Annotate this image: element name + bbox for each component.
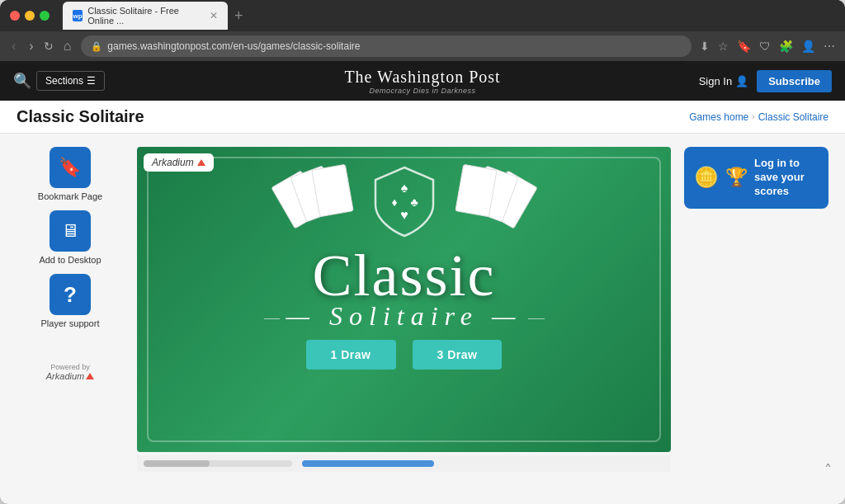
bookmark-action[interactable]: 🔖 Bookmark Page	[38, 147, 102, 202]
shield-svg: ♠ ♦ ♣ ♥	[371, 163, 437, 238]
refresh-button[interactable]: ↻	[44, 40, 54, 53]
settings-icon[interactable]: ⋯	[822, 38, 837, 54]
back-button[interactable]: ‹	[8, 37, 19, 55]
add-desktop-label: Add to Desktop	[39, 255, 101, 266]
new-tab-button[interactable]: +	[234, 7, 243, 25]
address-bar: ‹ › ↻ ⌂ 🔒 games.washingtonpost.com/en-us…	[0, 31, 845, 61]
add-desktop-icon: 🖥	[50, 210, 91, 252]
breadcrumb-separator: ›	[752, 112, 754, 121]
breadcrumb: Games home › Classic Solitaire	[689, 111, 828, 123]
sections-label: Sections	[45, 75, 83, 87]
download-icon[interactable]: ⬇	[698, 38, 711, 54]
tab-favicon: wp	[73, 10, 83, 21]
card-fan-shield: ♠ ♦ ♣ ♥	[264, 163, 545, 238]
site-header: 🔍 Sections ☰ The Washington Post Democra…	[0, 61, 845, 101]
arkadium-label: Arkadium	[46, 371, 84, 381]
profile-icon[interactable]: 👤	[800, 38, 817, 54]
sign-in-button[interactable]: Sign In 👤	[699, 75, 748, 87]
bottom-scroll-area	[137, 455, 671, 472]
logo-tagline: Democracy Dies in Darkness	[344, 87, 500, 95]
trophy-icon: 🏆	[725, 167, 748, 188]
home-button[interactable]: ⌂	[60, 37, 75, 55]
arkadium-logo: Arkadium	[46, 371, 94, 381]
powered-by-text: Powered by	[46, 363, 94, 371]
game-title-solitaire: — Solitaire —	[286, 301, 522, 332]
game-area: Arkadium	[137, 147, 671, 491]
svg-text:♥: ♥	[400, 208, 408, 222]
right-sidebar: 🪙 🏆 Log in to save your scores	[684, 147, 828, 491]
url-text: games.washingtonpost.com/en-us/games/cla…	[107, 40, 360, 52]
breadcrumb-current: Classic Solitaire	[758, 111, 828, 123]
sign-in-label: Sign In	[699, 75, 732, 87]
svg-text:♣: ♣	[410, 195, 418, 209]
arkadium-triangle-icon	[86, 373, 94, 379]
scroll-track-1	[144, 460, 292, 467]
minimize-button[interactable]	[25, 11, 35, 21]
browser-content: 🔍 Sections ☰ The Washington Post Democra…	[0, 61, 845, 504]
sections-button[interactable]: Sections ☰	[36, 71, 105, 91]
coin-icon: 🪙	[694, 166, 719, 189]
game-title-classic: Classic	[313, 246, 496, 305]
bookmark-page-icon: 🔖	[50, 147, 91, 188]
bookmark-icon[interactable]: 🔖	[735, 38, 753, 54]
score-card[interactable]: 🪙 🏆 Log in to save your scores	[684, 147, 828, 209]
arkadium-badge: Arkadium	[144, 153, 214, 172]
support-label: Player support	[41, 318, 100, 329]
left-sidebar: 🔖 Bookmark Page 🖥 Add to Desktop ? Playe…	[17, 147, 124, 491]
deco-line-left	[264, 318, 280, 319]
active-tab[interactable]: wp Classic Solitaire - Free Online ... ✕	[63, 2, 228, 30]
add-to-desktop-action[interactable]: 🖥 Add to Desktop	[39, 210, 101, 266]
tab-bar: wp Classic Solitaire - Free Online ... ✕…	[63, 2, 835, 30]
search-button[interactable]: 🔍	[13, 72, 31, 90]
traffic-lights	[10, 11, 50, 21]
url-bar[interactable]: 🔒 games.washingtonpost.com/en-us/games/c…	[81, 35, 692, 57]
draw3-button[interactable]: 3 Draw	[413, 340, 503, 370]
extensions-icon[interactable]: 🧩	[777, 38, 795, 54]
draw-buttons: 1 Draw 3 Draw	[306, 340, 503, 370]
score-text: Log in to save your scores	[754, 157, 819, 199]
deco-line-right	[528, 318, 544, 319]
shield-icon[interactable]: 🛡	[758, 38, 772, 54]
scroll-thumb-1	[144, 460, 210, 467]
arkadium-badge-text: Arkadium	[152, 157, 194, 168]
scroll-track-2	[302, 460, 434, 467]
decorative-line: — Solitaire —	[264, 305, 545, 332]
logo-name: The Washington Post	[344, 68, 500, 87]
bookmark-label: Bookmark Page	[38, 191, 102, 202]
page-title: Classic Solitaire	[17, 107, 144, 126]
support-icon: ?	[50, 274, 91, 315]
svg-text:♦: ♦	[391, 195, 397, 209]
security-icon: 🔒	[91, 41, 102, 52]
svg-text:♠: ♠	[400, 181, 408, 195]
close-button[interactable]	[10, 11, 20, 21]
header-right: Sign In 👤 Subscribe	[699, 70, 832, 92]
tab-close-button[interactable]: ✕	[210, 10, 218, 21]
page-header: Classic Solitaire Games home › Classic S…	[0, 101, 845, 134]
star-icon[interactable]: ☆	[716, 38, 730, 54]
subscribe-button[interactable]: Subscribe	[757, 70, 832, 92]
game-content: ♠ ♦ ♣ ♥ Classic — S	[137, 147, 671, 370]
shield-container: ♠ ♦ ♣ ♥	[371, 163, 437, 241]
forward-button[interactable]: ›	[26, 37, 36, 55]
main-content: 🔖 Bookmark Page 🖥 Add to Desktop ? Playe…	[0, 134, 845, 504]
tab-title: Classic Solitaire - Free Online ...	[87, 6, 201, 26]
draw1-button[interactable]: 1 Draw	[306, 340, 396, 370]
arkadium-badge-icon	[197, 159, 205, 166]
player-support-action[interactable]: ? Player support	[41, 274, 100, 329]
menu-icon: ☰	[87, 75, 96, 87]
game-frame[interactable]: Arkadium	[137, 147, 671, 452]
maximize-button[interactable]	[40, 11, 50, 21]
breadcrumb-home[interactable]: Games home	[689, 111, 748, 123]
user-icon: 👤	[735, 75, 748, 87]
scroll-up-button[interactable]: ˄	[824, 461, 832, 479]
wp-logo: The Washington Post Democracy Dies in Da…	[344, 68, 500, 95]
address-actions: ⬇ ☆ 🔖 🛡 🧩 👤 ⋯	[698, 38, 837, 54]
powered-by-section: Powered by Arkadium	[46, 363, 94, 381]
